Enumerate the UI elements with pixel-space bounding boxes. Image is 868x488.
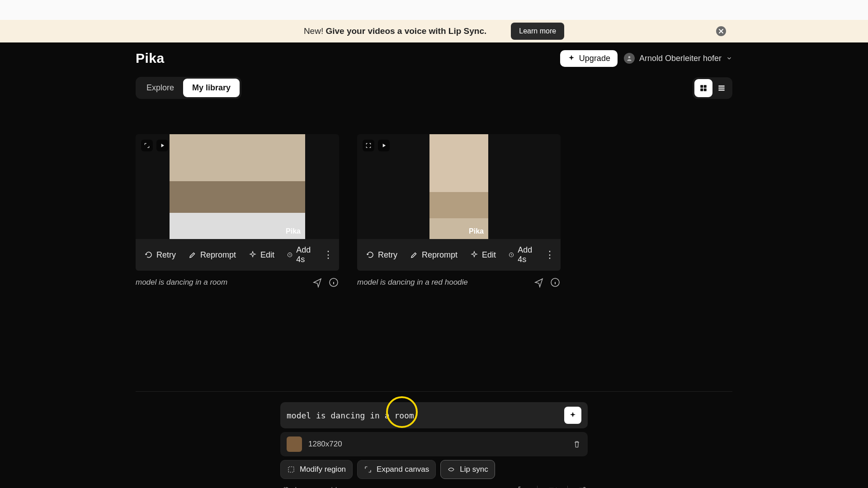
- add-time-icon: [509, 251, 514, 259]
- tab-my-library[interactable]: My library: [183, 79, 240, 97]
- list-icon: [717, 84, 726, 92]
- aspect-ratio-icon[interactable]: [517, 485, 527, 488]
- close-icon[interactable]: [716, 26, 726, 36]
- divider: [136, 391, 732, 392]
- svg-point-0: [628, 56, 631, 58]
- prompt-bar: [280, 402, 588, 428]
- video-thumbnail[interactable]: Pika: [357, 134, 561, 239]
- svg-rect-4: [704, 88, 707, 91]
- retry-icon: [145, 251, 153, 259]
- grid-view-button[interactable]: [694, 79, 712, 97]
- svg-rect-6: [718, 87, 725, 89]
- delete-asset-button[interactable]: [572, 440, 581, 449]
- announcement-banner: New! Give your videos a voice with Lip S…: [0, 20, 868, 42]
- prompt-input[interactable]: [287, 411, 564, 420]
- play-icon[interactable]: [156, 140, 168, 151]
- user-menu[interactable]: Arnold Oberleiter hofer: [624, 53, 732, 64]
- asset-dimensions: 1280x720: [308, 440, 342, 449]
- reprompt-icon: [410, 251, 418, 259]
- region-icon: [287, 465, 295, 474]
- share-icon[interactable]: [312, 277, 323, 288]
- learn-more-button[interactable]: Learn more: [511, 23, 564, 40]
- more-menu-icon[interactable]: ⋮: [541, 249, 558, 261]
- view-toggle: [693, 77, 732, 99]
- svg-rect-12: [288, 467, 294, 472]
- sparkle-icon: [567, 54, 576, 62]
- attachment-icon[interactable]: [280, 486, 289, 488]
- add-4s-button[interactable]: Add 4s: [502, 242, 541, 268]
- attach-row: Image or video: [280, 485, 588, 488]
- info-icon[interactable]: [550, 277, 561, 288]
- video-card: Pika Retry Reprompt Edit Add 4s ⋮ model …: [136, 134, 339, 288]
- reprompt-button[interactable]: Reprompt: [404, 247, 464, 263]
- avatar: [624, 53, 635, 64]
- asset-thumbnail[interactable]: [287, 436, 302, 452]
- svg-rect-2: [704, 85, 707, 88]
- video-caption: model is dancing in a room: [136, 278, 227, 287]
- reprompt-icon: [189, 251, 197, 259]
- info-icon[interactable]: [328, 277, 339, 288]
- trash-icon: [572, 440, 581, 449]
- expand-canvas-button[interactable]: Expand canvas: [357, 460, 436, 479]
- edit-button[interactable]: Edit: [464, 247, 502, 263]
- settings-sliders-icon[interactable]: [578, 485, 588, 488]
- reprompt-button[interactable]: Reprompt: [182, 247, 242, 263]
- lips-icon: [447, 465, 455, 474]
- play-icon[interactable]: [378, 140, 390, 151]
- svg-rect-7: [718, 89, 725, 91]
- sparkle-icon: [569, 411, 577, 419]
- generate-button[interactable]: [564, 407, 581, 424]
- banner-text: New! Give your videos a voice with Lip S…: [304, 26, 486, 36]
- user-name: Arnold Oberleiter hofer: [639, 54, 722, 63]
- app-logo: Pika: [136, 51, 165, 66]
- list-view-button[interactable]: [712, 79, 731, 97]
- attach-label: Image or video: [295, 486, 345, 488]
- svg-rect-5: [718, 85, 725, 87]
- video-caption: model is dancing in a red hoodie: [357, 278, 468, 287]
- edit-button[interactable]: Edit: [242, 247, 281, 263]
- modify-region-button[interactable]: Modify region: [280, 460, 353, 479]
- more-menu-icon[interactable]: ⋮: [320, 249, 337, 261]
- expand-icon: [364, 465, 372, 474]
- add-time-icon: [287, 251, 292, 259]
- expand-icon[interactable]: [141, 140, 153, 151]
- lip-sync-button[interactable]: Lip sync: [440, 460, 495, 479]
- camera-icon[interactable]: [547, 485, 557, 488]
- focus-icon[interactable]: [363, 140, 374, 151]
- svg-rect-3: [700, 88, 703, 91]
- watermark: Pika: [286, 227, 301, 235]
- retry-button[interactable]: Retry: [138, 247, 182, 263]
- video-card: Pika Retry Reprompt Edit Add 4s ⋮ model …: [357, 134, 561, 288]
- edit-icon: [470, 251, 478, 259]
- attached-asset: 1280x720: [280, 432, 588, 456]
- grid-icon: [699, 84, 708, 92]
- retry-button[interactable]: Retry: [360, 247, 404, 263]
- add-4s-button[interactable]: Add 4s: [281, 242, 320, 268]
- chevron-down-icon: [726, 55, 732, 61]
- watermark: Pika: [469, 227, 484, 235]
- edit-icon: [249, 251, 257, 259]
- tab-explore[interactable]: Explore: [137, 79, 183, 97]
- upgrade-button[interactable]: Upgrade: [560, 50, 618, 67]
- retry-icon: [366, 251, 374, 259]
- nav-tabs: Explore My library: [136, 77, 241, 99]
- share-icon[interactable]: [533, 277, 544, 288]
- svg-rect-1: [700, 85, 703, 88]
- video-thumbnail[interactable]: Pika: [136, 134, 339, 239]
